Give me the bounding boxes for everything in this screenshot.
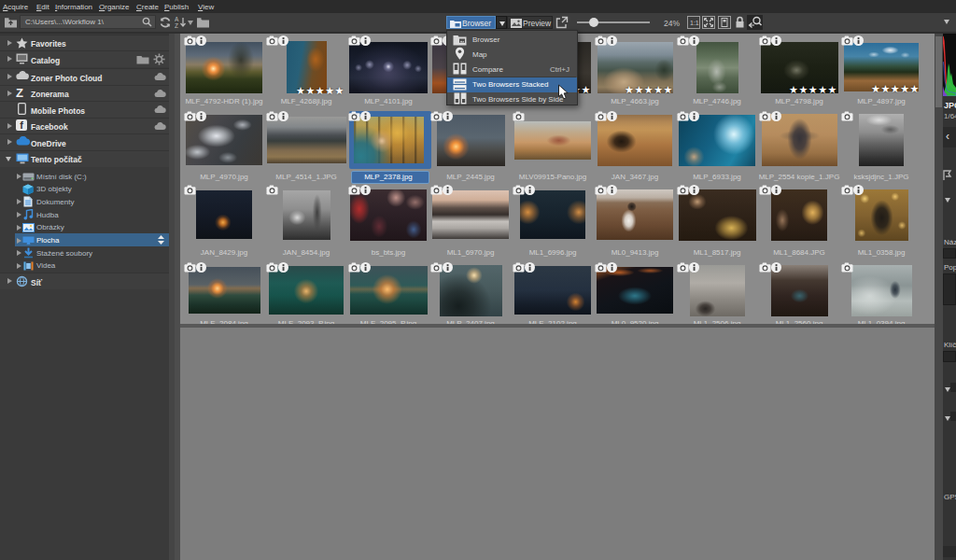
svg-text:Z: Z [175, 22, 178, 29]
svg-text:A: A [175, 16, 179, 22]
svg-text:1:1: 1:1 [690, 20, 699, 26]
